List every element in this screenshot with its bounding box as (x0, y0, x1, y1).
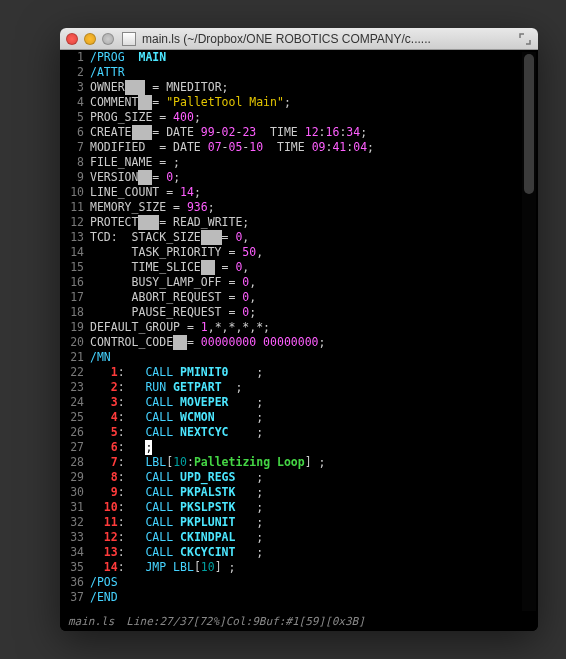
line-number: 37 (60, 590, 84, 605)
line-number: 11 (60, 200, 84, 215)
code-line[interactable]: 11: CALL PKPLUNIT ; (90, 515, 538, 530)
line-number: 4 (60, 95, 84, 110)
line-number: 19 (60, 320, 84, 335)
titlebar[interactable]: main.ls (~/Dropbox/ONE ROBOTICS COMPANY/… (60, 28, 538, 50)
line-number: 34 (60, 545, 84, 560)
line-number: 32 (60, 515, 84, 530)
line-number: 15 (60, 260, 84, 275)
code-line[interactable]: DEFAULT_GROUP = 1,*,*,*,*; (90, 320, 538, 335)
code-line[interactable]: OWNER = MNEDITOR; (90, 80, 538, 95)
line-number: 2 (60, 65, 84, 80)
line-number: 35 (60, 560, 84, 575)
code-line[interactable]: /POS (90, 575, 538, 590)
code-line[interactable]: 7: LBL[10:Palletizing Loop] ; (90, 455, 538, 470)
line-number: 10 (60, 185, 84, 200)
code-line[interactable]: VERSION = 0; (90, 170, 538, 185)
scrollbar-thumb[interactable] (524, 54, 534, 194)
status-bar: main.ls Line:27/37[72%]Col:9Buf:#1[59][0… (60, 613, 538, 631)
code-line[interactable]: PROG_SIZE = 400; (90, 110, 538, 125)
code-line[interactable]: 14: JMP LBL[10] ; (90, 560, 538, 575)
code-line[interactable]: ABORT_REQUEST = 0, (90, 290, 538, 305)
code-line[interactable]: MODIFIED = DATE 07-05-10 TIME 09:41:04; (90, 140, 538, 155)
code-line[interactable]: 6: ; (90, 440, 538, 455)
line-number: 13 (60, 230, 84, 245)
code-line[interactable]: 4: CALL WCMON ; (90, 410, 538, 425)
line-number-gutter: 1234567891011121314151617181920212223242… (60, 50, 90, 613)
line-number: 24 (60, 395, 84, 410)
code-line[interactable]: /MN (90, 350, 538, 365)
editor-window: main.ls (~/Dropbox/ONE ROBOTICS COMPANY/… (60, 28, 538, 631)
line-number: 27 (60, 440, 84, 455)
code-line[interactable]: 8: CALL UPD_REGS ; (90, 470, 538, 485)
code-line[interactable]: 10: CALL PKSLPSTK ; (90, 500, 538, 515)
line-number: 28 (60, 455, 84, 470)
line-number: 6 (60, 125, 84, 140)
code-line[interactable]: LINE_COUNT = 14; (90, 185, 538, 200)
line-number: 12 (60, 215, 84, 230)
code-line[interactable]: 13: CALL CKCYCINT ; (90, 545, 538, 560)
close-button[interactable] (66, 33, 78, 45)
code-line[interactable]: 9: CALL PKPALSTK ; (90, 485, 538, 500)
line-number: 26 (60, 425, 84, 440)
line-number: 9 (60, 170, 84, 185)
code-line[interactable]: 2: RUN GETPART ; (90, 380, 538, 395)
line-number: 20 (60, 335, 84, 350)
line-number: 22 (60, 365, 84, 380)
window-title: main.ls (~/Dropbox/ONE ROBOTICS COMPANY/… (142, 32, 518, 46)
code-line[interactable]: /PROG MAIN (90, 50, 538, 65)
code-content[interactable]: /PROG MAIN/ATTROWNER = MNEDITOR;COMMENT … (90, 50, 538, 613)
status-info: Line:27/37[72%]Col:9Buf:#1[59][0x3B] (126, 615, 364, 629)
code-line[interactable]: TCD: STACK_SIZE = 0, (90, 230, 538, 245)
line-number: 36 (60, 575, 84, 590)
code-line[interactable]: COMMENT = "PalletTool Main"; (90, 95, 538, 110)
line-number: 23 (60, 380, 84, 395)
code-line[interactable]: /END (90, 590, 538, 605)
code-line[interactable]: MEMORY_SIZE = 936; (90, 200, 538, 215)
line-number: 33 (60, 530, 84, 545)
code-line[interactable]: BUSY_LAMP_OFF = 0, (90, 275, 538, 290)
code-line[interactable]: PAUSE_REQUEST = 0; (90, 305, 538, 320)
status-file: main.ls (68, 615, 114, 629)
code-line[interactable]: CREATE = DATE 99-02-23 TIME 12:16:34; (90, 125, 538, 140)
traffic-lights (66, 33, 114, 45)
line-number: 30 (60, 485, 84, 500)
line-number: 25 (60, 410, 84, 425)
line-number: 8 (60, 155, 84, 170)
line-number: 18 (60, 305, 84, 320)
line-number: 1 (60, 50, 84, 65)
line-number: 21 (60, 350, 84, 365)
line-number: 31 (60, 500, 84, 515)
code-line[interactable]: FILE_NAME = ; (90, 155, 538, 170)
code-line[interactable]: CONTROL_CODE = 00000000 00000000; (90, 335, 538, 350)
line-number: 14 (60, 245, 84, 260)
line-number: 3 (60, 80, 84, 95)
code-line[interactable]: TIME_SLICE = 0, (90, 260, 538, 275)
code-line[interactable]: TASK_PRIORITY = 50, (90, 245, 538, 260)
line-number: 17 (60, 290, 84, 305)
code-line[interactable]: /ATTR (90, 65, 538, 80)
code-line[interactable]: 12: CALL CKINDPAL ; (90, 530, 538, 545)
fullscreen-icon[interactable] (518, 32, 532, 46)
line-number: 7 (60, 140, 84, 155)
vertical-scrollbar[interactable] (522, 52, 536, 611)
line-number: 29 (60, 470, 84, 485)
code-line[interactable]: 5: CALL NEXTCYC ; (90, 425, 538, 440)
code-line[interactable]: PROTECT = READ_WRITE; (90, 215, 538, 230)
document-icon (122, 32, 136, 46)
zoom-button[interactable] (102, 33, 114, 45)
code-line[interactable]: 3: CALL MOVEPER ; (90, 395, 538, 410)
editor-area[interactable]: 1234567891011121314151617181920212223242… (60, 50, 538, 613)
line-number: 5 (60, 110, 84, 125)
code-line[interactable]: 1: CALL PMINIT0 ; (90, 365, 538, 380)
minimize-button[interactable] (84, 33, 96, 45)
line-number: 16 (60, 275, 84, 290)
